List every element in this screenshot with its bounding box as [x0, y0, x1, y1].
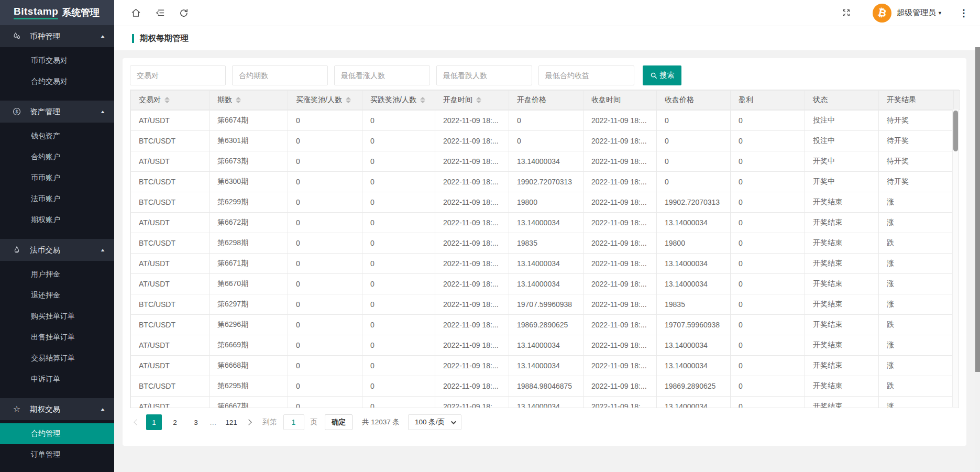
sidebar-item[interactable]: 合约交易对 [0, 71, 114, 92]
table-cell: 开奖结束 [805, 192, 879, 213]
table-cell: 投注中 [805, 131, 879, 151]
table-cell: 0 [362, 192, 435, 213]
search-button[interactable]: 搜索 [643, 65, 681, 85]
page-scrollbar-track[interactable] [975, 47, 980, 472]
prev-page-button[interactable] [130, 414, 144, 430]
user-menu[interactable]: 超级管理员 ▼ [897, 8, 942, 18]
chevron-up-icon: ▲ [100, 34, 105, 39]
sidebar-item[interactable]: 币币交易对 [0, 50, 114, 71]
table-cell: 待开奖 [879, 111, 954, 131]
next-page-button[interactable] [242, 414, 256, 430]
table-cell: 0 [288, 151, 362, 172]
table-cell: 开奖中 [805, 172, 879, 192]
column-label: 状态 [813, 95, 828, 105]
filter-min-profit-input[interactable] [538, 65, 634, 85]
table-cell: 2022-11-09 18:... [583, 213, 657, 233]
table-cell: 19707.59960938 [657, 315, 731, 335]
filter-contract-period-input[interactable] [232, 65, 328, 85]
column-header[interactable]: 买跌奖池/人数 [362, 91, 435, 110]
table-scrollbar-thumb[interactable] [953, 111, 958, 151]
table-cell: 第6668期 [210, 356, 288, 376]
column-header[interactable]: 买涨奖池/人数 [288, 91, 362, 110]
table-cell: 0 [657, 131, 731, 151]
pagination-page[interactable]: 121 [224, 414, 239, 430]
sidebar-item[interactable]: 钱包资产 [0, 126, 114, 147]
sort-icon[interactable] [476, 97, 481, 103]
table-cell: 0 [657, 111, 731, 131]
filter-min-short-users-input[interactable] [436, 65, 532, 85]
table-cell: 0 [731, 376, 805, 397]
refresh-icon[interactable] [174, 3, 194, 23]
page-scrollbar-thumb[interactable] [975, 47, 980, 372]
table-cell: 0 [362, 172, 435, 192]
page-buttons: 123…121 [144, 414, 242, 430]
table-scrollbar-track[interactable] [952, 109, 959, 407]
table-cell: 0 [509, 111, 583, 131]
table-cell: 2022-11-09 18:... [583, 274, 657, 294]
confirm-jump-button[interactable]: 确定 [325, 414, 353, 430]
droplets-icon [12, 31, 22, 41]
column-header[interactable]: 交易对 [131, 91, 210, 110]
more-menu-icon[interactable]: ⋮ [956, 7, 972, 19]
sidebar-item[interactable]: 交易结算订单 [0, 348, 114, 369]
sidebar-section-label: 法币交易 [30, 245, 60, 255]
user-avatar-bitcoin-icon[interactable]: ₿ [873, 4, 891, 23]
pagination-page[interactable]: 2 [167, 414, 183, 430]
table-row: AT/USDT第6667期002022-11-09 18:...13.14000… [131, 397, 954, 408]
sidebar-section-header[interactable]: 币种管理▲ [0, 25, 114, 47]
table-cell: 0 [288, 233, 362, 254]
table-cell: 2022-11-09 18:... [583, 397, 657, 408]
table-cell: 0 [288, 172, 362, 192]
table-cell: 0 [362, 397, 435, 408]
sidebar-section-label: 期权交易 [30, 404, 60, 414]
table-cell: 0 [731, 111, 805, 131]
sort-icon[interactable] [420, 97, 425, 103]
fullscreen-icon[interactable] [836, 3, 856, 23]
table-cell: 开奖结束 [805, 376, 879, 397]
table-cell: BTC/USDT [131, 315, 210, 335]
sidebar-item[interactable]: 出售挂单订单 [0, 327, 114, 348]
sidebar-item[interactable]: 用户押金 [0, 264, 114, 285]
table-cell: 13.14000034 [657, 274, 731, 294]
column-header: 状态 [805, 91, 879, 110]
sidebar-item[interactable]: 退还押金 [0, 285, 114, 306]
column-header[interactable]: 期数 [210, 91, 288, 110]
filter-min-long-users-input[interactable] [334, 65, 430, 85]
table-cell: 0 [731, 254, 805, 274]
sort-icon[interactable] [346, 97, 351, 103]
table-cell: 19800 [509, 192, 583, 213]
sidebar-section-header[interactable]: ☆期权交易▲ [0, 398, 114, 420]
table-cell: 0 [288, 397, 362, 408]
sidebar-item[interactable]: 币币账户 [0, 168, 114, 189]
home-icon[interactable] [126, 3, 146, 23]
filter-trading-pair-input[interactable] [130, 65, 226, 85]
page-size-select[interactable]: 100 条/页 [408, 414, 461, 430]
column-header: 收盘价格 [657, 91, 731, 110]
sidebar-item[interactable]: 期权账户 [0, 210, 114, 230]
sort-icon[interactable] [236, 97, 241, 103]
column-header[interactable]: 开盘时间 [435, 91, 509, 110]
jump-page-input[interactable] [283, 414, 304, 430]
sort-icon[interactable] [164, 97, 170, 103]
sidebar-item[interactable]: 订单管理 [0, 444, 114, 465]
dollar-circle-icon: $ [12, 106, 22, 117]
table-row: BTC/USDT第6297期002022-11-09 18:...19707.5… [131, 294, 954, 315]
pagination-page[interactable]: 3 [188, 414, 204, 430]
table-cell: 19869.2890625 [509, 315, 583, 335]
sidebar-item[interactable]: 合约管理 [0, 423, 114, 444]
table-cell: 涨 [879, 294, 954, 315]
sidebar-item[interactable]: 申诉订单 [0, 369, 114, 390]
sidebar-item[interactable]: 合约账户 [0, 147, 114, 168]
pagination-page[interactable]: 1 [146, 414, 162, 430]
table-cell: 13.14000034 [509, 356, 583, 376]
sidebar-section-header[interactable]: $资产管理▲ [0, 101, 114, 123]
table-cell: 2022-11-09 18:... [435, 315, 509, 335]
collapse-menu-icon[interactable] [150, 3, 170, 23]
table-cell: 待开奖 [879, 151, 954, 172]
sidebar-item[interactable]: 购买挂单订单 [0, 306, 114, 327]
table-cell: 0 [731, 192, 805, 213]
sidebar-section-header[interactable]: 法币交易▲ [0, 239, 114, 261]
main-area: ₿ 超级管理员 ▼ ⋮ 期权每期管理 搜索 交易对期数买涨 [114, 0, 980, 472]
sidebar-item[interactable]: 法币账户 [0, 189, 114, 210]
table-cell: 19707.59960938 [509, 294, 583, 315]
